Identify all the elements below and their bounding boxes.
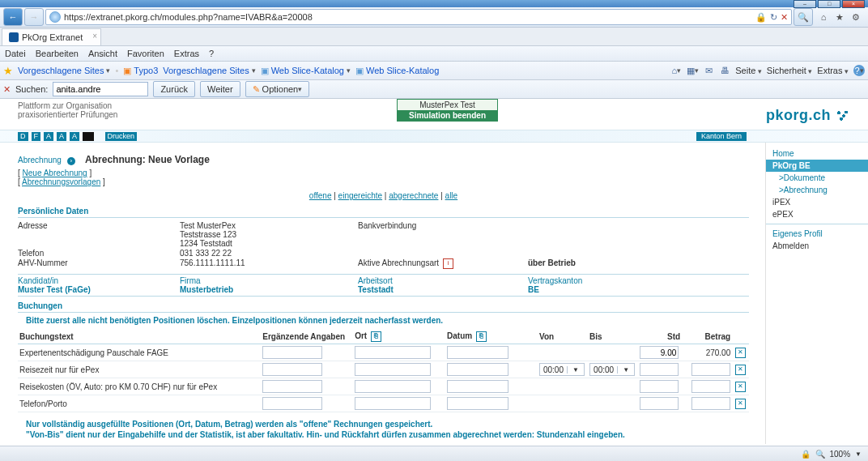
row-delete-icon[interactable]: ✕ [735,348,746,358]
col-header: Std [638,330,682,344]
erg-input[interactable] [262,380,322,393]
ort-input[interactable] [355,363,431,376]
simulation-user: MusterPex Test [398,100,497,110]
window-minimize[interactable]: – [794,0,816,8]
link[interactable]: Musterbetrieb [180,285,358,294]
link-new-abrechnung[interactable]: Neue Abrechnung [23,169,87,177]
sidebar-item-profil[interactable]: Eigenes Profil [766,228,868,240]
menu-item[interactable]: Ansicht [88,49,117,58]
find-next-button[interactable]: Weiter [200,81,240,97]
filter-link[interactable]: offene [309,191,332,200]
find-input[interactable] [53,82,148,96]
favlink[interactable]: Vorgeschlagene Sites [18,66,110,75]
von-select[interactable]: 00:00▼ [539,363,585,376]
link[interactable]: Teststadt [358,285,528,294]
favlink[interactable]: ▣ Typo3 [123,66,158,76]
zoom-dropdown-icon[interactable]: ▼ [855,450,862,458]
bis-select[interactable]: 00:00▼ [589,363,635,376]
find-options-button[interactable]: ✎Optionen [245,81,310,97]
print-chip[interactable]: Drucken [105,132,138,141]
sidebar-item-abrechnung[interactable]: >Abrechnung [766,184,868,196]
sidebar-item-dokumente[interactable]: >Dokumente [766,172,868,184]
mail-icon[interactable]: ✉ [703,65,714,76]
favorites-star-icon[interactable]: ★ [3,65,13,77]
feeds-icon[interactable]: ▦ [687,65,698,76]
favlink[interactable]: ▣ Web Slice-Katalog [261,66,351,76]
lang-chip[interactable]: D [18,132,28,141]
search-button[interactable]: 🔍 [794,8,813,26]
info-icon[interactable]: i [443,258,453,269]
favlink[interactable]: ▣ Web Slice-Katalog [355,66,439,76]
extras-menu[interactable]: Extras [817,66,849,75]
contrast-chip[interactable] [83,132,94,141]
refresh-icon[interactable]: ↻ [770,12,777,23]
std-input[interactable] [640,397,679,410]
home-icon[interactable]: ⌂ [818,11,829,23]
address-bar[interactable]: https://extranet.pkorg.ch/modules.php?na… [45,9,792,25]
page-menu[interactable]: Seite [735,66,762,75]
betrag-input[interactable] [691,397,730,410]
datum-input[interactable] [447,380,508,393]
zoom-icon[interactable]: 🔍 [815,450,825,459]
lang-chip[interactable]: F [32,132,41,141]
menu-item[interactable]: Favoriten [127,49,164,58]
erg-input[interactable] [262,346,322,359]
nav-forward-button[interactable]: → [24,8,44,26]
breadcrumb-item[interactable]: Abrechnung [18,156,62,164]
home-dropdown-icon[interactable]: ⌂ [670,65,682,76]
window-close[interactable]: × [842,0,865,8]
menu-item[interactable]: Datei [5,49,26,58]
betrag-input[interactable] [691,363,730,376]
copy-icon[interactable]: ⎘ [371,331,381,342]
tools-icon[interactable]: ⚙ [850,11,862,23]
erg-input[interactable] [262,397,322,410]
find-close-icon[interactable]: ✕ [3,84,11,95]
browser-tab[interactable]: PkOrg Extranet × [2,28,101,45]
favlink[interactable]: Vorgeschlagene Sites [163,66,255,75]
link[interactable]: Muster Test (FaGe) [18,285,180,294]
row-delete-icon[interactable]: ✕ [735,399,746,409]
menu-item[interactable]: Bearbeiten [36,49,79,58]
std-input[interactable] [640,363,679,376]
address-text: https://extranet.pkorg.ch/modules.php?na… [64,12,752,22]
filter-link[interactable]: eingereichte [338,191,382,200]
erg-input[interactable] [262,363,322,376]
find-prev-button[interactable]: Zurück [153,81,195,97]
datum-input[interactable] [447,346,508,359]
window-maximize[interactable]: □ [818,0,840,8]
menu-item[interactable]: ? [209,49,214,58]
security-menu[interactable]: Sicherheit [767,66,812,75]
sidebar-item-home[interactable]: Home [766,147,868,160]
copy-icon[interactable]: ⎘ [476,331,487,342]
fontsize-chip[interactable]: A [70,132,79,141]
menu-item[interactable]: Extras [174,49,199,58]
row-delete-icon[interactable]: ✕ [735,365,746,375]
filter-link[interactable]: alle [445,191,458,200]
sidebar-item-logout[interactable]: Abmelden [766,240,868,252]
sidebar-item-epex[interactable]: ePEX [766,208,868,220]
sidebar-item-ipex[interactable]: iPEX [766,196,868,208]
std-input[interactable] [640,380,679,393]
ort-input[interactable] [355,346,431,359]
link-vorlagen[interactable]: Abrechnungsvorlagen [22,177,100,186]
fontsize-chip[interactable]: A [57,132,66,141]
std-input[interactable] [640,346,679,359]
nav-back-button[interactable]: ← [3,8,23,26]
print-icon[interactable]: 🖶 [719,65,730,76]
betrag-input[interactable] [691,380,730,393]
sidebar-item-pkorg[interactable]: PkOrg BE [766,160,868,172]
datum-input[interactable] [447,363,508,376]
row-delete-icon[interactable]: ✕ [735,382,746,392]
datum-input[interactable] [447,397,508,410]
label: Kandidat/in [18,276,180,285]
favorites-icon[interactable]: ★ [834,11,845,23]
filter-link[interactable]: abgerechnete [389,191,438,200]
tab-close-icon[interactable]: × [92,32,97,41]
help-icon[interactable]: ? [853,65,865,76]
simulation-stop-button[interactable]: Simulation beenden [398,110,497,121]
sidebar: Home PkOrg BE >Dokumente >Abrechnung iPE… [765,143,868,444]
fontsize-chip[interactable]: A [44,132,53,141]
ort-input[interactable] [355,380,431,393]
stop-icon[interactable]: ✕ [781,12,788,23]
ort-input[interactable] [355,397,431,410]
